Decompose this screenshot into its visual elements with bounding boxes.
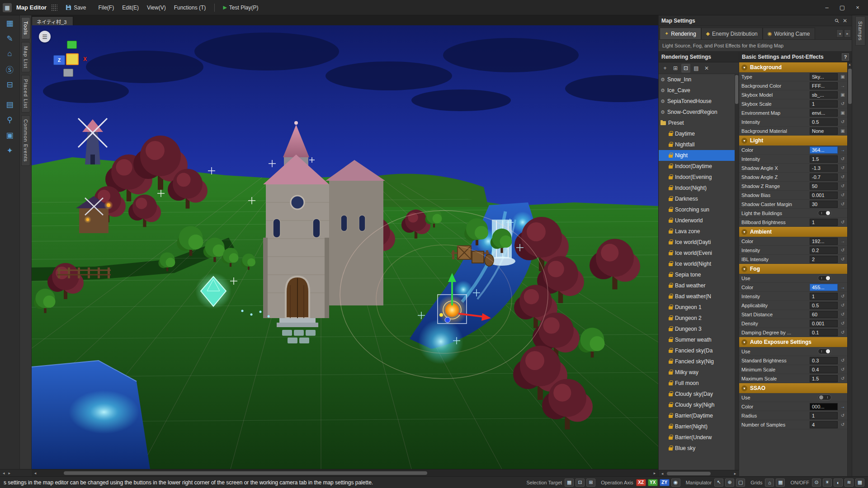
map-mode-tool-icon[interactable]: ▦ [2, 16, 18, 30]
value-radius[interactable]: 1 [810, 412, 838, 419]
list-item-ice-world-night[interactable]: Ice world(Night [659, 258, 739, 269]
value-color[interactable]: 364... [810, 146, 838, 154]
list-hscroll-left-icon[interactable]: ◂ [659, 470, 666, 477]
side-tab-placed-list[interactable]: Placed List [21, 75, 30, 113]
test-play-button[interactable]: ▶ Test Play(P) [219, 3, 262, 13]
pin-icon[interactable]: ⚲ [833, 18, 841, 24]
picker-icon[interactable]: ▣ [840, 74, 846, 79]
gizmo-y-cube[interactable] [67, 41, 77, 49]
list-item-ice-cave[interactable]: ⚙Ice_Cave [659, 85, 739, 96]
list-item-ice-world-dayti[interactable]: Ice world(Dayti [659, 237, 739, 248]
value-background-color[interactable]: FFF... [810, 82, 838, 89]
value-shadow-z-range[interactable]: 50 [810, 183, 838, 190]
value-minimum-scale[interactable]: 0.4 [810, 366, 838, 373]
axis-yx-button[interactable]: YX [648, 479, 658, 486]
reset-icon[interactable]: ↺ [840, 192, 846, 197]
toggle-use[interactable] [818, 394, 831, 400]
stamp-tool-icon[interactable]: ✦ [2, 144, 18, 157]
edit-tool-icon[interactable]: ✎ [2, 32, 18, 45]
section-header-ssao[interactable]: ▾SSAO [739, 383, 847, 393]
reset-icon[interactable]: ↺ [840, 165, 846, 170]
list-item-bad-weather[interactable]: Bad weather [659, 280, 739, 291]
value-ibl-intensity[interactable]: 2 [810, 256, 838, 263]
list-item-nightfall[interactable]: Nightfall [659, 139, 739, 150]
lightbulb-icon[interactable]: ⊙ [812, 479, 821, 487]
picker-icon[interactable]: ▣ [840, 92, 846, 97]
reset-icon[interactable]: ↺ [840, 376, 846, 381]
color-picker-arrow-icon[interactable]: → [840, 239, 846, 244]
value-color[interactable]: 000... [810, 403, 838, 410]
reset-icon[interactable]: ↺ [840, 156, 846, 161]
picker-icon[interactable]: ▣ [840, 110, 846, 115]
building-tool-icon[interactable]: ⌂ [2, 47, 18, 61]
list-item-milky-way[interactable]: Milky way [659, 367, 739, 378]
toggle-light-the-buildings[interactable] [818, 210, 831, 216]
list-item-summer-weath[interactable]: Summer weath [659, 334, 739, 345]
list-item-indoor-night[interactable]: Indoor(Night) [659, 183, 739, 193]
reset-icon[interactable]: ↺ [840, 413, 846, 418]
side-tab-map-list[interactable]: Map List [21, 42, 30, 73]
list-item-snow-coverdregion[interactable]: ⚙Snow-CoverdRegion [659, 107, 739, 117]
value-number-of-samples[interactable]: 4 [810, 421, 838, 428]
move-manipulator-icon[interactable]: ⊕ [725, 479, 734, 487]
list-vscroll-thumb[interactable] [735, 75, 738, 104]
properties-vscrollbar[interactable]: ▴ [847, 62, 852, 476]
reset-icon[interactable]: ↺ [840, 101, 846, 106]
color-picker-arrow-icon[interactable]: → [840, 285, 846, 290]
list-item-indoor-evening[interactable]: Indoor(Evening [659, 172, 739, 183]
value-skybox-scale[interactable]: 1 [810, 100, 838, 108]
tile-grid-icon[interactable]: ▦ [776, 479, 785, 487]
reset-icon[interactable]: ↺ [840, 248, 846, 253]
color-picker-arrow-icon[interactable]: → [840, 147, 846, 152]
list-item-indoor-daytime[interactable]: Indoor(Daytime [659, 161, 739, 172]
reset-icon[interactable]: ↺ [840, 174, 846, 179]
viewport-menu-button[interactable]: ☰ [39, 31, 51, 42]
list-item-fancied-sky-da[interactable]: Fancied sky(Da [659, 345, 739, 356]
list-item-dungeon-1[interactable]: Dungeon 1 [659, 302, 739, 313]
scale-manipulator-icon[interactable]: ▢ [736, 479, 745, 487]
grid-visibility-icon[interactable]: ▦ [855, 479, 864, 487]
axis-zy-button[interactable]: ZY [660, 479, 670, 486]
section-header-auto-exposure-settings[interactable]: ▾Auto Exposure Settings [739, 337, 847, 347]
fog-icon[interactable]: ≋ [844, 479, 854, 487]
panel-close-icon[interactable]: ✕ [841, 18, 849, 24]
shadow-icon[interactable]: ◐ [834, 479, 843, 487]
list-item-sepia-tone[interactable]: Sepia tone [659, 269, 739, 280]
reset-icon[interactable]: ↺ [840, 294, 846, 299]
value-standard-brightness[interactable]: 0.3 [810, 357, 838, 364]
value-intensity[interactable]: 0.5 [810, 118, 838, 126]
object-target-icon[interactable]: ⊡ [576, 479, 585, 487]
viewport-scene[interactable]: ☰ Z X [32, 25, 658, 469]
close-button[interactable]: × [850, 2, 865, 14]
value-background-material[interactable]: None [810, 127, 838, 135]
color-picker-arrow-icon[interactable]: → [840, 404, 846, 409]
picker-icon[interactable]: ▣ [840, 128, 846, 133]
reset-icon[interactable]: ↺ [840, 119, 846, 124]
axis-xz-button[interactable]: XZ [636, 479, 646, 486]
list-item-full-moon[interactable]: Full moon [659, 378, 739, 389]
section-header-background[interactable]: ▾Background [739, 62, 847, 72]
value-shadow-angle-z[interactable]: -0.7 [810, 174, 838, 181]
scroll-right-icon[interactable]: ▸ [9, 471, 11, 475]
section-header-light[interactable]: ▾Light [739, 136, 847, 145]
display-tool-icon[interactable]: ▤ [2, 98, 18, 111]
add-item-icon[interactable]: + [660, 64, 670, 73]
tab-working-came[interactable]: ◉Working Came [763, 28, 815, 39]
map-tab[interactable]: ネイティ村_3 [32, 16, 73, 25]
value-intensity[interactable]: 1.5 [810, 155, 838, 163]
list-hscroll-thumb[interactable] [667, 472, 711, 475]
scroll-left-icon[interactable]: ◂ [3, 471, 5, 475]
value-intensity[interactable]: 0.2 [810, 247, 838, 254]
value-billboard-brightness[interactable]: 1 [810, 219, 838, 226]
list-item-daytime[interactable]: Daytime [659, 128, 739, 139]
building-grid-icon[interactable]: ⌂ [765, 479, 774, 487]
list-item-blue-sky[interactable]: Blue sky [659, 443, 739, 454]
menu-view[interactable]: View(V) [143, 2, 170, 13]
list-item-underworld[interactable]: Underworld [659, 215, 739, 226]
hscroll-thumb[interactable] [64, 471, 427, 475]
object-tool-icon[interactable]: ⊟ [2, 78, 18, 91]
gizmo-center-cube[interactable] [66, 53, 79, 65]
hscroll-right-icon[interactable]: ▸ [651, 469, 658, 477]
duplicate-item-icon[interactable]: ⊡ [681, 64, 690, 73]
list-item-barrier-night[interactable]: Barrier(Night) [659, 421, 739, 432]
